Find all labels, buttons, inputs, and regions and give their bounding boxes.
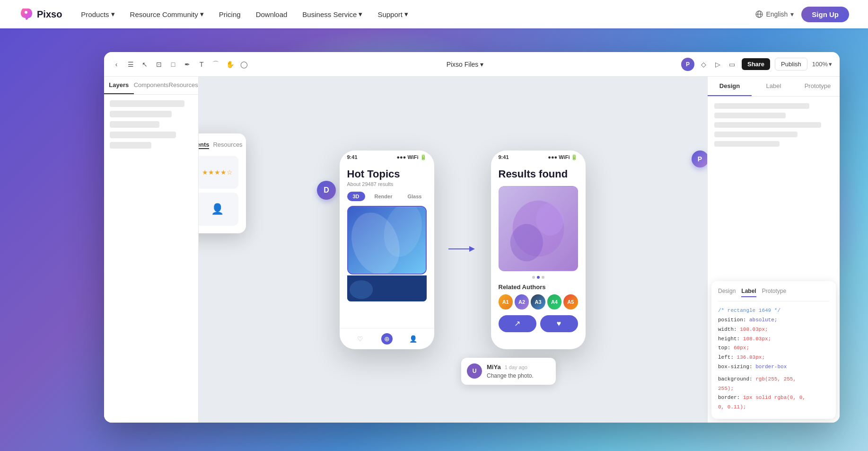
nav-right: English ▾ Sign Up [755, 7, 849, 22]
language-selector[interactable]: English ▾ [755, 10, 794, 18]
nav-support[interactable]: Support ▾ [377, 10, 408, 18]
code-line-3: width: 108.03px; [718, 325, 829, 335]
photo-card-2[interactable] [347, 275, 427, 301]
nav-links: Products ▾ Resource Community ▾ Pricing … [81, 10, 755, 18]
text-icon[interactable]: T [197, 60, 206, 69]
code-tab-design[interactable]: Design [718, 288, 736, 297]
layer-item[interactable] [110, 132, 176, 138]
phone1-bottom: ♡ ⊕ 👤 [340, 328, 434, 349]
user-avatar[interactable]: P [681, 58, 694, 71]
hand-icon[interactable]: ✋ [225, 60, 235, 69]
code-line-10: border: 1px solid rgba(0, 0, [718, 393, 829, 403]
filter-glass[interactable]: Glass [402, 192, 427, 201]
left-panel: Layers Components Resources [104, 77, 199, 423]
layer-item[interactable] [110, 100, 184, 107]
present-icon[interactable]: ◇ [699, 60, 709, 69]
photo-card-selected[interactable] [347, 206, 427, 274]
layers-card-tab-resources[interactable]: Resources [213, 141, 242, 149]
screen-icon[interactable]: ▭ [728, 60, 737, 69]
frame-icon[interactable]: ⊡ [154, 60, 164, 69]
tab-design[interactable]: Design [708, 77, 752, 96]
phone-mockups: P 9:41 ●●● WiFi 🔋 Hot Topics [340, 150, 586, 349]
file-title[interactable]: Pixso Files ▾ [447, 61, 484, 68]
layers-floating-card: Layers Components Resources ♥ [199, 133, 246, 233]
filter-tags: 3D Render Glass [347, 192, 427, 201]
layer-item[interactable] [110, 121, 159, 128]
phone2-title: Results found [499, 168, 578, 180]
publish-button[interactable]: Publish [775, 58, 807, 71]
prop-row [714, 132, 798, 137]
user-badge-p: P [692, 150, 708, 168]
component-stars[interactable]: ★★★★☆ [199, 156, 238, 189]
signup-button[interactable]: Sign Up [801, 7, 849, 22]
section-title: Related Authors [499, 283, 578, 291]
filter-render[interactable]: Render [369, 192, 398, 201]
user-bottom-icon[interactable]: 👤 [408, 333, 419, 345]
left-panel-tabs: Layers Components Resources [104, 77, 198, 95]
like-btn[interactable]: ♥ [540, 315, 578, 332]
filter-3d[interactable]: 3D [347, 192, 365, 201]
toolbar-left: ‹ ☰ ↖ ⊡ □ ✒ T ⌒ ✋ ◯ [112, 60, 249, 69]
tab-resources[interactable]: Resources [168, 77, 198, 94]
author-1[interactable]: A1 [499, 294, 513, 310]
compass-bottom-icon[interactable]: ⊕ [381, 333, 393, 345]
layer-item[interactable] [110, 142, 151, 149]
right-panel: Design Label Prototype [707, 77, 840, 423]
image-content [348, 207, 426, 274]
hero-section: ‹ ☰ ↖ ⊡ □ ✒ T ⌒ ✋ ◯ Pixso Files ▾ P ◇ [0, 0, 868, 451]
nav-resource-community[interactable]: Resource Community ▾ [130, 10, 204, 18]
tab-label[interactable]: Label [752, 77, 796, 96]
component-user[interactable]: 👤 [199, 193, 238, 226]
tab-components[interactable]: Components [134, 77, 169, 94]
nav-download[interactable]: Download [256, 10, 288, 18]
status-bar-1: 9:41 ●●● WiFi 🔋 [340, 150, 434, 162]
signal-icons: ●●● WiFi 🔋 [396, 154, 426, 160]
share-button[interactable]: Share [742, 58, 770, 70]
signal-icons-2: ●●● WiFi 🔋 [548, 154, 578, 160]
pen-icon[interactable]: ✒ [183, 60, 192, 69]
nav-business-service[interactable]: Business Service ▾ [302, 10, 362, 18]
code-tab-label[interactable]: Label [741, 288, 756, 297]
dot [542, 276, 544, 279]
back-icon[interactable]: ‹ [112, 60, 121, 69]
prop-row [714, 113, 786, 118]
heart-bottom-icon[interactable]: ♡ [355, 333, 366, 345]
code-line-6: left: 136.83px; [718, 353, 829, 363]
zoom-control[interactable]: 100% ▾ [812, 61, 832, 68]
author-3[interactable]: A3 [531, 294, 545, 310]
nav-pricing[interactable]: Pricing [219, 10, 241, 18]
phone-mockup-2: 9:41 ●●● WiFi 🔋 Results found [491, 150, 586, 349]
action-buttons: ↗ ♥ [499, 315, 578, 332]
path-icon[interactable]: ⌒ [211, 60, 220, 69]
layer-item[interactable] [110, 111, 172, 117]
share-btn[interactable]: ↗ [499, 315, 536, 332]
menu-icon[interactable]: ☰ [126, 60, 135, 69]
tab-layers[interactable]: Layers [104, 77, 134, 94]
author-4[interactable]: A4 [547, 294, 561, 310]
author-2[interactable]: A2 [515, 294, 529, 310]
prop-row [714, 141, 780, 147]
code-tab-prototype[interactable]: Prototype [762, 288, 786, 297]
connector-arrow [448, 242, 477, 256]
comment-icon[interactable]: ◯ [239, 60, 249, 69]
comment-content: MiYa 1 day ago Change the photo. [487, 363, 550, 379]
result-art [499, 186, 578, 271]
navigation: Pixso Products ▾ Resource Community ▾ Pr… [0, 0, 868, 28]
canvas[interactable]: Layers Components Resources ♥ [199, 77, 707, 423]
dot-indicators [499, 276, 578, 279]
cursor-icon[interactable]: ↖ [140, 60, 149, 69]
result-image[interactable] [499, 186, 578, 271]
code-panel-tabs: Design Label Prototype [718, 288, 829, 301]
commenter-name: MiYa [487, 363, 501, 371]
author-avatars: A1 A2 A3 A4 [499, 294, 578, 310]
author-5[interactable]: A5 [563, 294, 578, 310]
logo[interactable]: Pixso [19, 7, 62, 22]
play-icon[interactable]: ▷ [713, 60, 723, 69]
dot-active [537, 276, 540, 279]
nav-products[interactable]: Products ▾ [81, 10, 114, 18]
tab-prototype[interactable]: Prototype [796, 77, 840, 96]
layers-card-tab-components[interactable]: Components [199, 141, 209, 149]
layers-content [104, 95, 198, 423]
rect-icon[interactable]: □ [168, 60, 178, 69]
phone1-title: Hot Topics [347, 168, 427, 180]
